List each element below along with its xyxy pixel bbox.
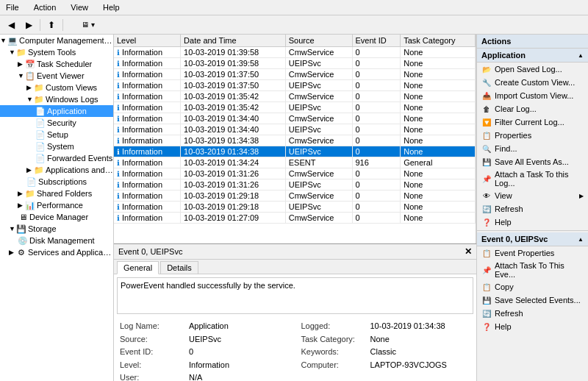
action-attach-task-event[interactable]: 📌 Attach Task To This Eve... [477, 260, 588, 280]
cell-source: UEIPSvc [285, 58, 352, 69]
cell-category: None [401, 58, 476, 69]
action-help-app[interactable]: ❓ Help [477, 216, 588, 229]
action-properties[interactable]: 📋 Properties [477, 129, 588, 142]
cell-eventid: 0 [352, 58, 401, 69]
table-row[interactable]: ℹ Information 10-03-2019 01:35:42 UEIPSv… [114, 102, 476, 113]
cell-category: None [401, 91, 476, 102]
table-row[interactable]: ℹ Information 10-03-2019 01:35:42 CmwSer… [114, 91, 476, 102]
cell-datetime: 10-03-2019 01:34:40 [181, 113, 286, 124]
table-row[interactable]: ℹ Information 10-03-2019 01:34:24 ESENT … [114, 157, 476, 168]
action-save-all-events[interactable]: 💾 Save All Events As... [477, 155, 588, 168]
tree-item-system[interactable]: 📄 System [0, 140, 113, 152]
tree-item-apps-services[interactable]: ▶ 📁 Applications and Se... [0, 164, 113, 176]
table-row[interactable]: ℹ Information 10-03-2019 01:31:26 CmwSer… [114, 168, 476, 179]
table-row[interactable]: ℹ Information 10-03-2019 01:39:58 CmwSer… [114, 47, 476, 58]
action-copy[interactable]: 📋 Copy [477, 280, 588, 293]
tree-item-services-apps[interactable]: ▶ ⚙ Services and Applications [0, 246, 113, 258]
tab-details[interactable]: Details [160, 261, 198, 274]
show-hide-button[interactable]: 🖥 ▾ [66, 18, 110, 32]
application-section-header[interactable]: Application ▲ [477, 49, 588, 63]
back-button[interactable]: ◀ [3, 18, 19, 32]
cell-eventid: 916 [352, 157, 401, 168]
tree-item-setup[interactable]: 📄 Setup [0, 129, 113, 140]
action-view[interactable]: 👁 View ▶ [477, 189, 588, 202]
menu-action[interactable]: Action [31, 1, 60, 13]
tree-item-task-scheduler[interactable]: ▶ 📅 Task Scheduler [0, 58, 113, 70]
action-find[interactable]: 🔍 Find... [477, 142, 588, 155]
cell-category: None [401, 202, 476, 213]
table-row[interactable]: ℹ Information 10-03-2019 01:34:40 UEIPSv… [114, 124, 476, 135]
event-fields-container: Log Name: Application Source: UEIPSvc Ev… [114, 317, 476, 381]
tree-item-performance[interactable]: ▶ 📊 Performance [0, 199, 113, 211]
action-refresh-app-label: Refresh [495, 204, 523, 213]
table-row[interactable]: ℹ Information 10-03-2019 01:39:58 UEIPSv… [114, 58, 476, 69]
field-row-logged: Logged: 10-03-2019 01:34:38 [301, 320, 471, 333]
action-refresh-app[interactable]: 🔄 Refresh [477, 202, 588, 216]
tree-item-computer-mgmt[interactable]: ▼ 💻 Computer Management (Local) [0, 35, 113, 46]
table-row[interactable]: ℹ Information 10-03-2019 01:34:38 CmwSer… [114, 135, 476, 146]
cell-eventid: 0 [352, 179, 401, 190]
tree-item-subscriptions[interactable]: 📄 Subscriptions [0, 176, 113, 188]
attach-task-event-icon: 📌 [481, 265, 492, 275]
tree-item-shared-folders[interactable]: ▶ 📁 Shared Folders [0, 188, 113, 199]
up-button[interactable]: ⬆ [43, 18, 60, 32]
cell-level: ℹ Information [114, 190, 181, 202]
tree-item-security[interactable]: 📄 Security [0, 117, 113, 129]
properties-icon: 📋 [481, 130, 492, 140]
table-row[interactable]: ℹ Information 10-03-2019 01:31:26 UEIPSv… [114, 179, 476, 190]
cell-level: ℹ Information [114, 157, 181, 168]
action-event-properties[interactable]: 📋 Event Properties [477, 246, 588, 260]
tab-general[interactable]: General [117, 261, 159, 274]
cell-category: General [401, 157, 476, 168]
center-panel: Level Date and Time Source Event ID Task… [114, 35, 476, 381]
field-row-source: Source: UEIPSvc [120, 333, 290, 346]
action-import-custom-view[interactable]: 📥 Import Custom View... [477, 89, 588, 102]
action-open-saved-log[interactable]: 📂 Open Saved Log... [477, 63, 588, 76]
menu-help[interactable]: Help [100, 1, 123, 13]
action-attach-task-log[interactable]: 📌 Attach a Task To this Log... [477, 168, 588, 189]
tree-item-disk-mgmt[interactable]: 💿 Disk Management [0, 235, 113, 246]
table-row[interactable]: ℹ Information 10-03-2019 01:34:40 CmwSer… [114, 113, 476, 124]
table-row[interactable]: ℹ Information 10-03-2019 01:27:09 CmwSer… [114, 213, 476, 224]
storage-icon: 💾 [16, 224, 26, 234]
folder-icon-shared: 📁 [25, 188, 35, 199]
log-icon-system: 📄 [35, 141, 46, 152]
event-detail-close-button[interactable]: ✕ [465, 246, 472, 257]
cell-eventid: 0 [352, 168, 401, 179]
action-create-custom-view[interactable]: 🔧 Create Custom View... [477, 76, 588, 89]
cell-datetime: 10-03-2019 01:34:24 [181, 157, 286, 168]
action-save-selected-events[interactable]: 💾 Save Selected Events... [477, 293, 588, 307]
event-section-header[interactable]: Event 0, UEIPSvc ▲ [477, 232, 588, 246]
cell-category: None [401, 102, 476, 113]
folder-icon-windows-logs: 📁 [34, 94, 44, 104]
table-row[interactable]: ℹ Information 10-03-2019 01:37:50 CmwSer… [114, 69, 476, 80]
tree-item-device-manager[interactable]: 🖥 Device Manager [0, 211, 113, 223]
table-row[interactable]: ℹ Information 10-03-2019 01:34:38 UEIPSv… [114, 146, 476, 157]
tree-item-application[interactable]: 📄 Application [0, 105, 113, 117]
action-help-event[interactable]: ❓ Help [477, 320, 588, 333]
cell-level: ℹ Information [114, 113, 181, 124]
tree-item-system-tools[interactable]: ▼ 📁 System Tools [0, 46, 113, 58]
table-row[interactable]: ℹ Information 10-03-2019 01:29:18 UEIPSv… [114, 202, 476, 213]
action-view-label: View [495, 191, 512, 200]
tree-item-storage[interactable]: ▼ 💾 Storage [0, 223, 113, 235]
tree-item-event-viewer[interactable]: ▼ 📋 Event Viewer [0, 70, 113, 82]
info-icon: ℹ [117, 104, 120, 112]
action-refresh-event[interactable]: 🔄 Refresh [477, 307, 588, 320]
action-create-custom-view-label: Create Custom View... [495, 78, 575, 87]
tree-item-custom-views[interactable]: ▶ 📁 Custom Views [0, 82, 113, 93]
action-filter-current-log[interactable]: 🔽 Filter Current Log... [477, 115, 588, 129]
source-label: Source: [120, 333, 186, 346]
field-row-user: User: N/A [120, 371, 290, 381]
cell-datetime: 10-03-2019 01:29:18 [181, 190, 286, 202]
table-row[interactable]: ℹ Information 10-03-2019 01:37:50 UEIPSv… [114, 80, 476, 91]
tree-item-windows-logs[interactable]: ▼ 📁 Windows Logs [0, 93, 113, 105]
menu-view[interactable]: View [68, 1, 91, 13]
cell-category: None [401, 124, 476, 135]
menu-file[interactable]: File [3, 1, 22, 13]
forward-button[interactable]: ▶ [21, 18, 37, 32]
action-clear-log[interactable]: 🗑 Clear Log... [477, 102, 588, 115]
tree-item-forwarded-events[interactable]: 📄 Forwarded Events [0, 152, 113, 164]
table-row[interactable]: ℹ Information 10-03-2019 01:29:18 CmwSer… [114, 190, 476, 202]
computer-value: LAPTOP-93VCJOGS [370, 359, 447, 372]
